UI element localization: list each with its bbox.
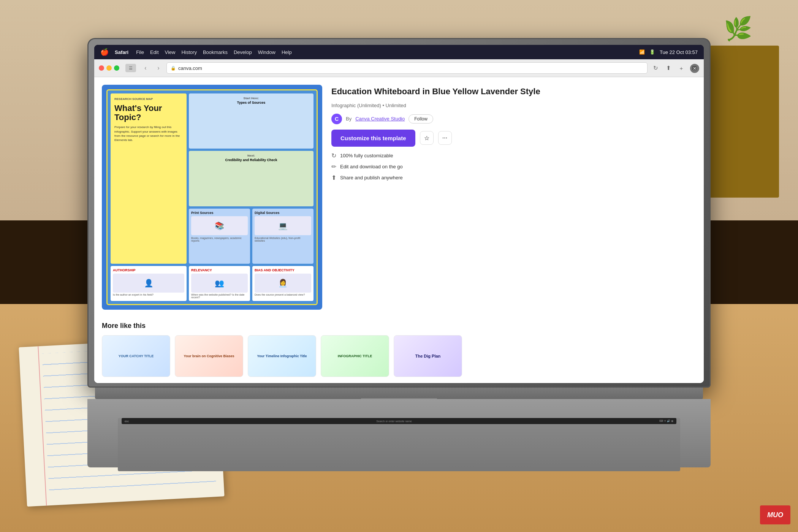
menubar-bookmarks[interactable]: Bookmarks bbox=[203, 49, 228, 55]
infographic-left-panel: RESEARCH SOURCE MAP What's Your Topic? P… bbox=[111, 93, 187, 264]
more-item-5-label: The Dig Plan bbox=[394, 336, 462, 377]
more-item-5[interactable]: The Dig Plan bbox=[394, 335, 462, 377]
share-icon: ⬆ bbox=[331, 174, 336, 181]
url-text: canva.com bbox=[178, 65, 202, 71]
maximize-button[interactable] bbox=[114, 65, 119, 71]
menubar-develop[interactable]: Develop bbox=[234, 49, 252, 55]
infographic-print-sources: Print Sources 📚 Books, magazines, newspa… bbox=[189, 209, 250, 264]
infographic-big-title: What's Your Topic? bbox=[114, 104, 183, 122]
author-avatar: C bbox=[331, 114, 342, 124]
more-item-2[interactable]: Your brain on Cognitive Biases bbox=[175, 335, 243, 377]
more-options-button[interactable]: ··· bbox=[438, 131, 452, 145]
back-button[interactable]: ‹ bbox=[141, 63, 150, 73]
infographic-start-banner: Start Here: Types of Sources bbox=[189, 93, 314, 149]
muo-watermark: MUO bbox=[760, 505, 790, 524]
template-features: ↻ 100% fully customizable ✏ Edit and dow… bbox=[331, 152, 696, 181]
template-author: C By Canva Creative Studio Follow bbox=[331, 114, 696, 124]
star-button[interactable]: ☆ bbox=[420, 131, 434, 145]
customize-icon: ↻ bbox=[331, 152, 336, 159]
sidebar-toggle[interactable]: ☰ bbox=[125, 64, 136, 72]
more-item-4-label: INFOGRAPHIC TITLE bbox=[321, 336, 389, 377]
research-label: RESEARCH SOURCE MAP bbox=[114, 97, 183, 101]
feature-customizable: ↻ 100% fully customizable bbox=[331, 152, 696, 159]
customize-button[interactable]: Customize this template bbox=[331, 130, 415, 147]
menubar-edit[interactable]: Edit bbox=[150, 49, 158, 55]
template-preview: RESEARCH SOURCE MAP What's Your Topic? P… bbox=[102, 85, 322, 310]
url-bar[interactable]: 🔒 canva.com bbox=[166, 62, 648, 74]
infographic-next-banner: Next: Credibility and Reliability Check bbox=[189, 151, 314, 206]
close-button[interactable] bbox=[99, 65, 104, 71]
menubar-view[interactable]: View bbox=[165, 49, 176, 55]
menubar: 🍎 Safari File Edit View History Bookmark… bbox=[94, 45, 704, 59]
forward-button[interactable]: › bbox=[154, 63, 163, 73]
menubar-window[interactable]: Window bbox=[258, 49, 276, 55]
browser-window: ☰ ‹ › 🔒 canva.com ↻ ⬆ + ⊞ bbox=[94, 59, 704, 383]
template-page: × RESEARCH SOURCE MAP What's bbox=[94, 77, 704, 383]
touchbar-icons: ⌨ ☀ 🔊 ◉ bbox=[659, 420, 673, 423]
template-info-panel: Education Whiteboard in Blue Yellow Lave… bbox=[331, 85, 696, 310]
template-subtitle: Infographic (Unlimited) • Unlimited bbox=[331, 103, 696, 108]
minimize-button[interactable] bbox=[106, 65, 112, 71]
more-item-1-label: YOUR CATCHY TITLE bbox=[102, 336, 170, 377]
menubar-app-name[interactable]: Safari bbox=[115, 49, 128, 55]
more-like-this-section: More like this YOUR CATCHY TITLE bbox=[94, 317, 704, 383]
infographic-relevancy: RELEVANCY 👥 When was the website publish… bbox=[189, 266, 250, 301]
touchbar: esc Search or enter website name ⌨ ☀ 🔊 ◉ bbox=[122, 418, 676, 424]
infographic-digital-sources: Digital Sources 💻 Educational Websites (… bbox=[252, 209, 314, 264]
more-item-1[interactable]: YOUR CATCHY TITLE bbox=[102, 335, 170, 377]
laptop-bottom: MacBook Pro esc Search or enter website … bbox=[87, 399, 711, 467]
more-item-2-label: Your brain on Cognitive Biases bbox=[175, 336, 243, 377]
infographic-bias: BIAS AND OBJECTIVITY 👩‍💼 Does the source… bbox=[252, 266, 314, 301]
follow-button[interactable]: Follow bbox=[408, 114, 433, 124]
more-items-grid: YOUR CATCHY TITLE Your brain on Cognitiv… bbox=[102, 335, 696, 377]
feature-share: ⬆ Share and publish anywhere bbox=[331, 174, 696, 181]
feature-share-text: Share and publish anywhere bbox=[340, 175, 403, 180]
traffic-lights bbox=[99, 65, 119, 71]
laptop-base: MacBook Pro esc Search or enter website … bbox=[87, 388, 711, 475]
esc-key: esc bbox=[125, 420, 129, 423]
template-title: Education Whiteboard in Blue Yellow Lave… bbox=[331, 86, 696, 97]
infographic-authorship: AUTHORSHIP 👤 Is the author an expert in … bbox=[111, 266, 187, 301]
menubar-help[interactable]: Help bbox=[282, 49, 292, 55]
touchbar-search[interactable]: Search or enter website name bbox=[130, 420, 658, 423]
more-section-title: More like this bbox=[102, 322, 696, 330]
browser-chrome: ☰ ‹ › 🔒 canva.com ↻ ⬆ + ⊞ bbox=[94, 59, 704, 77]
more-item-3-label: Your Timeline Infographic Title bbox=[248, 336, 316, 377]
macbook-laptop: 🍎 Safari File Edit View History Bookmark… bbox=[87, 38, 711, 475]
new-tab-button[interactable]: + bbox=[676, 63, 686, 73]
menubar-history[interactable]: History bbox=[181, 49, 196, 55]
screen-bezel: 🍎 Safari File Edit View History Bookmark… bbox=[87, 38, 711, 388]
feature-edit: ✏ Edit and download on the go bbox=[331, 163, 696, 170]
wifi-icon: 📶 bbox=[639, 49, 645, 55]
menubar-time: Tue 22 Oct 03:57 bbox=[660, 49, 698, 55]
template-actions: Customize this template ☆ ··· bbox=[331, 130, 696, 147]
page-content: × RESEARCH SOURCE MAP What's bbox=[94, 77, 704, 383]
macos-desktop: 🍎 Safari File Edit View History Bookmark… bbox=[94, 45, 704, 383]
infographic-description: Prepare for your research by filling out… bbox=[114, 125, 183, 142]
plant-decoration: 🌿 bbox=[724, 15, 752, 42]
menubar-right-icons: 📶 🔋 Tue 22 Oct 03:57 bbox=[639, 49, 698, 55]
feature-edit-text: Edit and download on the go bbox=[340, 164, 403, 169]
keyboard-area: esc Search or enter website name ⌨ ☀ 🔊 ◉ bbox=[118, 418, 680, 471]
more-item-4[interactable]: INFOGRAPHIC TITLE bbox=[321, 335, 389, 377]
edit-icon: ✏ bbox=[331, 163, 336, 170]
apple-menu[interactable]: 🍎 bbox=[100, 48, 109, 56]
refresh-button[interactable]: ↻ bbox=[651, 63, 660, 73]
battery-icon: 🔋 bbox=[649, 49, 655, 55]
author-name-link[interactable]: Canva Creative Studio bbox=[355, 116, 405, 122]
screen-inner: 🍎 Safari File Edit View History Bookmark… bbox=[94, 45, 704, 383]
laptop-hinge bbox=[95, 388, 703, 399]
menubar-file[interactable]: File bbox=[136, 49, 144, 55]
more-item-3[interactable]: Your Timeline Infographic Title bbox=[248, 335, 316, 377]
infographic-content: RESEARCH SOURCE MAP What's Your Topic? P… bbox=[106, 89, 318, 305]
template-top-section: RESEARCH SOURCE MAP What's Your Topic? P… bbox=[94, 77, 704, 317]
lock-icon: 🔒 bbox=[171, 66, 176, 71]
feature-customizable-text: 100% fully customizable bbox=[340, 153, 393, 158]
share-button[interactable]: ⬆ bbox=[663, 63, 673, 73]
browser-toolbar: ☰ ‹ › 🔒 canva.com ↻ ⬆ + ⊞ bbox=[94, 59, 704, 77]
